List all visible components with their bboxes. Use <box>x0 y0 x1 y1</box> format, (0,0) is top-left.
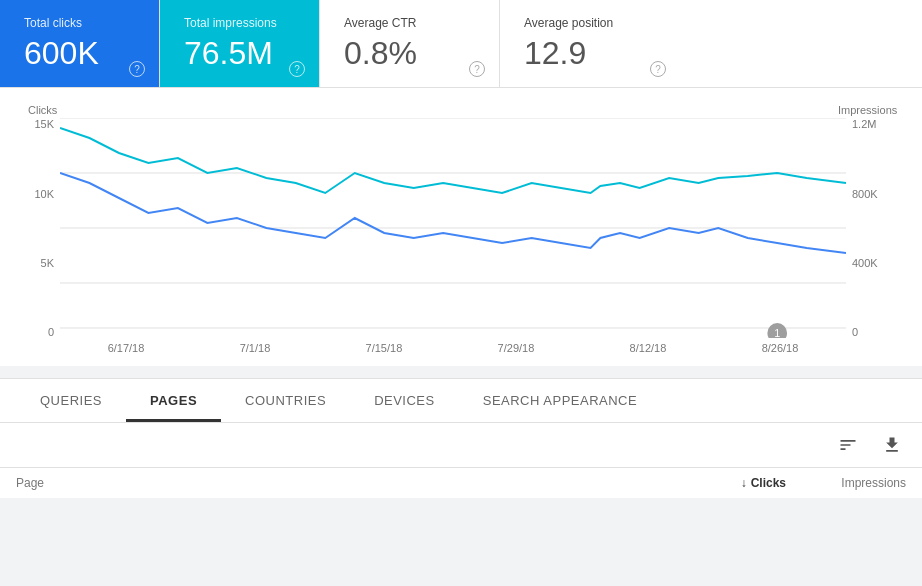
col-clicks-header[interactable]: ↓ Clicks <box>666 476 786 490</box>
x-label-3: 7/29/18 <box>498 342 535 354</box>
metrics-bar: Total clicks 600K ? Total impressions 76… <box>0 0 922 88</box>
average-position-value: 12.9 <box>524 36 656 71</box>
total-clicks-card: Total clicks 600K ? <box>0 0 160 87</box>
chart-axes: 15K 10K 5K 0 1 <box>24 118 898 338</box>
tabs-section: QUERIES PAGES COUNTRIES DEVICES SEARCH A… <box>0 378 922 498</box>
average-ctr-card: Average CTR 0.8% ? <box>320 0 500 87</box>
tab-queries[interactable]: QUERIES <box>16 379 126 422</box>
filter-icon[interactable] <box>834 431 862 459</box>
y-axis-right-title: Impressions <box>838 104 898 116</box>
x-label-5: 8/26/18 <box>762 342 799 354</box>
x-label-1: 7/1/18 <box>240 342 271 354</box>
total-clicks-label: Total clicks <box>24 16 135 30</box>
total-clicks-value: 600K <box>24 36 135 71</box>
average-position-card: Average position 12.9 ? <box>500 0 680 87</box>
y-left-label-1: 10K <box>34 188 54 200</box>
table-toolbar <box>0 423 922 467</box>
total-impressions-value: 76.5M <box>184 36 295 71</box>
y-right-label-3: 0 <box>852 326 858 338</box>
tab-countries[interactable]: COUNTRIES <box>221 379 350 422</box>
total-clicks-help-icon[interactable]: ? <box>129 61 145 77</box>
col-page-header: Page <box>16 476 666 490</box>
y-axis-left: 15K 10K 5K 0 <box>24 118 60 338</box>
average-ctr-value: 0.8% <box>344 36 475 71</box>
x-label-0: 6/17/18 <box>108 342 145 354</box>
x-label-2: 7/15/18 <box>366 342 403 354</box>
average-position-help-icon[interactable]: ? <box>650 61 666 77</box>
y-left-label-0: 15K <box>34 118 54 130</box>
col-impressions-header: Impressions <box>786 476 906 490</box>
total-impressions-label: Total impressions <box>184 16 295 30</box>
total-impressions-card: Total impressions 76.5M ? <box>160 0 320 87</box>
sort-arrow-icon: ↓ <box>741 476 747 490</box>
tab-search-appearance[interactable]: SEARCH APPEARANCE <box>459 379 661 422</box>
total-impressions-help-icon[interactable]: ? <box>289 61 305 77</box>
x-label-4: 8/12/18 <box>630 342 667 354</box>
chart-svg: 1 <box>60 118 846 338</box>
y-right-label-0: 1.2M <box>852 118 876 130</box>
y-axis-left-title: Clicks <box>24 104 60 116</box>
y-axis-right: 1.2M 800K 400K 0 <box>846 118 898 338</box>
download-icon[interactable] <box>878 431 906 459</box>
y-right-label-2: 400K <box>852 257 878 269</box>
x-axis-labels: 6/17/18 7/1/18 7/15/18 7/29/18 8/12/18 8… <box>24 338 846 354</box>
average-ctr-help-icon[interactable]: ? <box>469 61 485 77</box>
y-left-label-2: 5K <box>41 257 54 269</box>
table-header-row: Page ↓ Clicks Impressions <box>0 467 922 498</box>
svg-text:1: 1 <box>774 327 780 338</box>
tab-pages[interactable]: PAGES <box>126 379 221 422</box>
average-position-label: Average position <box>524 16 656 30</box>
average-ctr-label: Average CTR <box>344 16 475 30</box>
chart-container: Clicks Impressions 15K 10K 5K 0 <box>0 88 922 366</box>
y-left-label-3: 0 <box>48 326 54 338</box>
tab-devices[interactable]: DEVICES <box>350 379 459 422</box>
y-right-label-1: 800K <box>852 188 878 200</box>
tabs-row: QUERIES PAGES COUNTRIES DEVICES SEARCH A… <box>0 379 922 423</box>
